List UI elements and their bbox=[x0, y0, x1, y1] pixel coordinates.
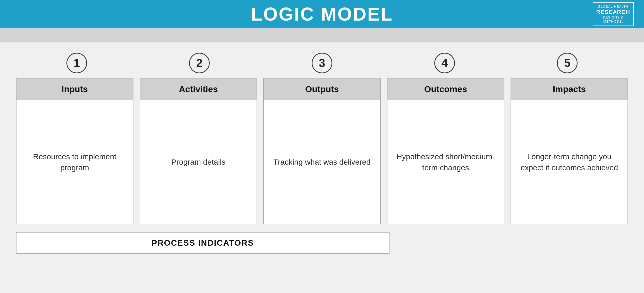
column-header-outcomes: Outcomes bbox=[387, 78, 504, 100]
numbers-row: 1 2 3 4 5 bbox=[13, 53, 631, 73]
column-inputs: Inputs Resources to implement program bbox=[16, 78, 133, 224]
main-content: 1 2 3 4 5 Inputs Resources to implement … bbox=[0, 42, 644, 264]
logo-box: GLOBAL HEALTH RESEARCH DESIGNS & METHODS… bbox=[593, 2, 634, 26]
logo-line4: METHODS. bbox=[596, 20, 630, 24]
column-activities: Activities Program details bbox=[140, 78, 257, 224]
process-indicators-label: PROCESS INDICATORS bbox=[151, 238, 254, 247]
number-circle-2: 2 bbox=[189, 53, 210, 73]
column-body-activities: Program details bbox=[140, 100, 257, 224]
column-outputs: Outputs Tracking what was delivered bbox=[263, 78, 381, 224]
number-cell-3: 3 bbox=[264, 53, 380, 73]
process-indicators-bar: PROCESS INDICATORS bbox=[16, 232, 389, 254]
number-cell-2: 2 bbox=[141, 53, 258, 73]
column-body-impacts: Longer-term change you expect if outcome… bbox=[511, 100, 628, 224]
number-cell-5: 5 bbox=[509, 53, 625, 73]
column-text-inputs: Resources to implement program bbox=[22, 151, 128, 173]
columns-container: Inputs Resources to implement program Ac… bbox=[13, 78, 631, 224]
column-outcomes: Outcomes Hypothesized short/medium-term … bbox=[387, 78, 504, 224]
column-body-inputs: Resources to implement program bbox=[16, 100, 133, 224]
number-cell-4: 4 bbox=[386, 53, 503, 73]
logo-line2: RESEARCH bbox=[596, 9, 630, 15]
header: LOGIC MODEL GLOBAL HEALTH RESEARCH DESIG… bbox=[0, 0, 644, 28]
logo-line1: GLOBAL HEALTH bbox=[596, 5, 630, 9]
column-header-impacts: Impacts bbox=[511, 78, 628, 100]
column-text-outcomes: Hypothesized short/medium-term changes bbox=[393, 151, 499, 173]
page-title: LOGIC MODEL bbox=[251, 4, 393, 25]
number-circle-3: 3 bbox=[312, 53, 332, 73]
column-header-activities: Activities bbox=[140, 78, 257, 100]
column-body-outcomes: Hypothesized short/medium-term changes bbox=[387, 100, 504, 224]
number-circle-1: 1 bbox=[66, 53, 87, 73]
logo-line3: DESIGNS & bbox=[596, 15, 630, 20]
column-text-activities: Program details bbox=[171, 156, 225, 168]
column-text-outputs: Tracking what was delivered bbox=[273, 156, 370, 168]
process-bar-wrapper: PROCESS INDICATORS bbox=[13, 232, 631, 254]
gray-band bbox=[0, 28, 644, 42]
column-header-inputs: Inputs bbox=[16, 78, 133, 100]
column-header-outputs: Outputs bbox=[264, 78, 380, 100]
column-impacts: Impacts Longer-term change you expect if… bbox=[511, 78, 628, 224]
column-body-outputs: Tracking what was delivered bbox=[264, 100, 380, 224]
column-text-impacts: Longer-term change you expect if outcome… bbox=[516, 151, 622, 173]
number-circle-4: 4 bbox=[434, 53, 455, 73]
number-circle-5: 5 bbox=[557, 53, 578, 73]
number-cell-1: 1 bbox=[19, 53, 135, 73]
